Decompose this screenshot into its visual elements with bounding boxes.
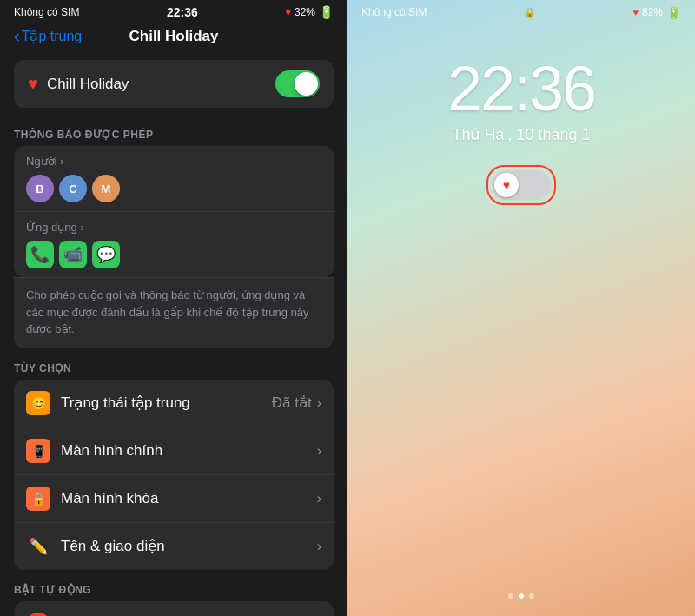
dot-2-active — [519, 593, 524, 599]
dot-1 — [508, 593, 513, 599]
left-time: 22:36 — [167, 5, 198, 19]
avatar-b: B — [26, 175, 54, 202]
dot-3 — [529, 593, 534, 599]
nav-title: Chill Holiday — [129, 28, 219, 45]
left-status-bar: Không có SIM 22:36 ♥ 32% 🔋 — [0, 0, 348, 23]
apps-label: Ứng dụng › — [26, 221, 321, 234]
option-home-screen-label: Màn hình chính — [61, 442, 317, 460]
theme-icon: ✏️ — [26, 534, 50, 559]
notif-description: Cho phép cuộc gọi và thông báo từ người,… — [14, 277, 334, 348]
lock-screen-icon: 🔒 — [26, 487, 50, 511]
back-chevron-icon: ‹ — [14, 26, 20, 46]
lock-date: Thứ Hai, 10 tháng 1 — [452, 125, 590, 144]
right-status-bar: Không có SIM 🔒 ♥ 82% 🔋 — [348, 0, 695, 23]
toggle-left: ♥ Chill Holiday — [28, 74, 129, 94]
lock-heart-icon: ♥ — [503, 178, 510, 192]
main-toggle-switch[interactable] — [275, 70, 320, 97]
home-screen-icon: 📱 — [26, 439, 50, 463]
right-status-right: ♥ 82% 🔋 — [632, 5, 681, 19]
notif-section-header: THÔNG BÁO ĐƯỢC PHÉP — [0, 115, 348, 146]
option-focus-status[interactable]: 😊 Trạng thái tập trung Đã tắt › — [14, 380, 334, 427]
add-automation-row[interactable]: + Thêm lịch trình hoặc mục tự động hóa — [14, 601, 334, 617]
auto-section-header: BẬT TỰ ĐỘNG — [0, 570, 348, 601]
lock-screen-toggle[interactable]: ♥ — [492, 170, 551, 200]
toggle-label: Chill Holiday — [47, 76, 129, 93]
options-section-header: TÙY CHỌN — [0, 348, 348, 380]
left-battery: 32% — [295, 6, 315, 18]
option-name-theme[interactable]: ✏️ Tên & giao diện › — [14, 523, 334, 570]
option-home-screen[interactable]: 📱 Màn hình chính › — [14, 427, 334, 475]
red-highlight-box: ♥ — [486, 165, 556, 205]
avatar-m: M — [92, 175, 120, 202]
apps-arrow-icon: › — [80, 222, 83, 234]
chill-holiday-toggle-row[interactable]: ♥ Chill Holiday — [14, 60, 334, 108]
lock-toggle-container: ♥ — [486, 165, 556, 205]
auto-container: + Thêm lịch trình hoặc mục tự động hóa — [14, 601, 334, 617]
option-focus-status-label: Trạng thái tập trung — [61, 394, 272, 412]
nav-bar: ‹ Tập trung Chill Holiday — [0, 23, 348, 53]
option-name-theme-label: Tên & giao diện — [61, 537, 317, 555]
lock-screen-content: 22:36 Thứ Hai, 10 tháng 1 ♥ — [348, 23, 695, 593]
home-screen-chevron-icon: › — [317, 443, 321, 459]
lock-time: 22:36 — [447, 57, 595, 120]
phone-app-icon: 📞 — [26, 241, 54, 268]
left-status-right: ♥ 32% 🔋 — [285, 5, 334, 19]
notif-block: Người › B C M Ứng dụng › 📞 📹 💬 — [14, 146, 334, 277]
right-battery: 82% — [642, 6, 663, 18]
right-panel: Không có SIM 🔒 ♥ 82% 🔋 22:36 Thứ Hai, 10… — [348, 0, 695, 616]
content-area: ♥ Chill Holiday THÔNG BÁO ĐƯỢC PHÉP Ngườ… — [0, 53, 348, 616]
apps-row[interactable]: Ứng dụng › 📞 📹 💬 — [14, 212, 334, 277]
facetime-app-icon: 📹 — [59, 241, 87, 268]
focus-status-chevron-icon: › — [317, 395, 321, 411]
left-carrier: Không có SIM — [14, 6, 79, 18]
back-button[interactable]: ‹ Tập trung — [14, 26, 82, 46]
left-panel: Không có SIM 22:36 ♥ 32% 🔋 ‹ Tập trung C… — [0, 0, 348, 616]
page-dots — [348, 593, 695, 616]
lock-screen-chevron-icon: › — [317, 491, 321, 507]
option-lock-screen-label: Màn hình khóa — [61, 490, 317, 507]
option-lock-screen[interactable]: 🔒 Màn hình khóa › — [14, 475, 334, 523]
right-carrier: Không có SIM — [361, 6, 427, 18]
lock-toggle-knob: ♥ — [494, 173, 519, 197]
name-theme-chevron-icon: › — [317, 539, 321, 554]
lock-icon: 🔒 — [524, 7, 536, 18]
avatar-c: C — [59, 175, 87, 202]
people-arrow-icon: › — [60, 156, 63, 168]
toggle-knob — [295, 72, 318, 96]
messages-app-icon: 💬 — [92, 241, 120, 268]
back-label: Tập trung — [22, 28, 83, 44]
battery-bar-icon: 🔋 — [319, 5, 334, 19]
people-label: Người › — [26, 155, 321, 168]
heart-status-icon: ♥ — [285, 7, 291, 17]
people-row[interactable]: Người › B C M — [14, 146, 334, 212]
chill-holiday-heart-icon: ♥ — [28, 74, 38, 94]
app-icons-row: 📞 📹 💬 — [26, 241, 321, 268]
right-heart-icon: ♥ — [632, 7, 639, 17]
option-focus-status-value: Đã tắt — [272, 394, 312, 412]
right-battery-bar-icon: 🔋 — [666, 5, 681, 19]
add-automation-icon: + — [26, 613, 50, 617]
focus-status-icon: 😊 — [26, 391, 50, 415]
options-container: 😊 Trạng thái tập trung Đã tắt › 📱 Màn hì… — [14, 380, 334, 570]
avatar-row: B C M — [26, 175, 321, 202]
